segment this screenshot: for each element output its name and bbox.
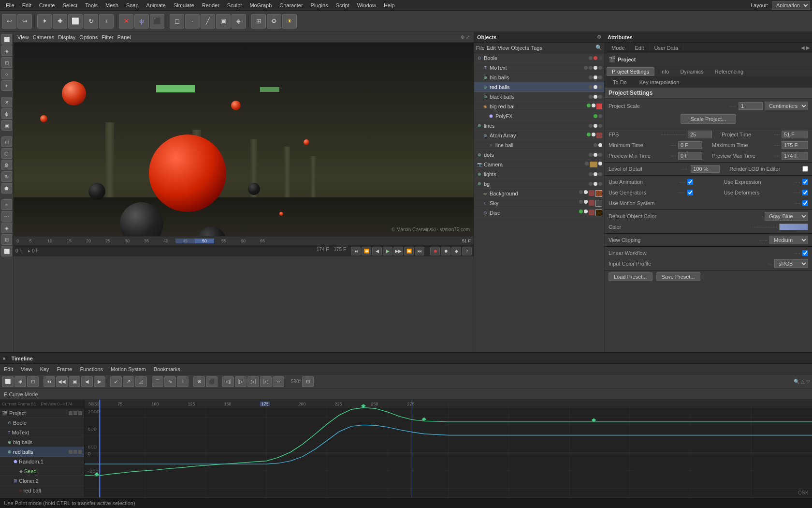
tl-btn-21[interactable]: ↔ [273,376,284,387]
obj-bg-group[interactable]: ⊕ bg [474,179,604,189]
obj-polyfx[interactable]: ⬟ PolyFX [474,111,604,121]
tab-info[interactable]: Info [655,67,674,76]
tl-project[interactable]: 🎬 Project [0,408,84,418]
play-btn[interactable]: ▶ [383,247,392,255]
subtab-key-interp[interactable]: Key Interpolation [634,78,685,87]
tl-btn-8[interactable]: ▶ [94,376,105,387]
attr-tab-userdata[interactable]: User Data [650,44,684,52]
preview-min-input[interactable] [678,152,702,160]
vp-panel[interactable]: Panel [117,34,131,40]
lod-input[interactable] [691,165,720,173]
tl-menu-frame[interactable]: Frame [55,366,74,372]
move-tool-btn[interactable]: ✚ [53,14,67,29]
tl-btn-13[interactable]: ∿ [164,376,176,387]
menu-mograph[interactable]: MoGraph [246,1,276,9]
menu-window[interactable]: Window [353,1,380,9]
obj-menu-view[interactable]: View [498,45,509,51]
tl-btn-22[interactable]: ⊡ [302,376,314,387]
left-btn-16[interactable]: ◈ [1,223,12,233]
tl-menu-key[interactable]: Key [38,366,51,372]
obj-search[interactable]: 🔍 [595,45,602,51]
menu-mesh[interactable]: Mesh [102,1,122,9]
tl-btn-18[interactable]: |▷ [235,376,246,387]
prev-keyframe-btn[interactable]: ⏪ [362,247,371,255]
obj-disc[interactable]: ⊙ Disc [474,208,604,218]
rotate-tool-btn[interactable]: ↻ [84,14,98,29]
obj-line-ball[interactable]: ○ line ball [474,140,604,150]
tl-cloner-2[interactable]: ⊞ Cloner.2 [0,476,84,486]
tl-red-balls[interactable]: ⊕ red balls [0,447,84,457]
left-btn-17[interactable]: ⊞ [1,234,12,245]
obj-sky[interactable]: ○ Sky [474,198,604,208]
menu-script[interactable]: Script [332,1,353,9]
tl-btn-15[interactable]: ⚙ [193,376,205,387]
left-btn-13[interactable]: ⬟ [1,183,12,194]
menu-file[interactable]: File [2,1,18,9]
undo-btn[interactable]: ↩ [2,14,16,29]
input-color-select[interactable]: sRGB Linear [774,259,808,268]
left-btn-3[interactable]: ⊡ [1,57,12,68]
obj-red-balls[interactable]: ⊕ red balls [474,82,604,92]
tl-menu-view[interactable]: View [19,366,34,372]
vp-cameras[interactable]: Cameras [33,34,55,40]
play-reverse-btn[interactable]: ◀ [372,247,382,255]
tab-dynamics[interactable]: Dynamics [675,67,709,76]
menu-create[interactable]: Create [35,1,59,9]
fps-input[interactable] [688,131,712,138]
play-forward-btn[interactable]: ▶▶ [393,247,403,255]
tab-referencing[interactable]: Referencing [710,67,749,76]
tl-menu-motion-system[interactable]: Motion System [109,366,148,372]
color-swatch[interactable] [779,224,808,230]
select-tool-btn[interactable]: ✦ [37,14,52,29]
left-btn-10[interactable]: ⬡ [1,148,12,159]
render-all-btn[interactable]: ψ [134,14,149,29]
attr-arrows[interactable]: ◀ ▶ [801,45,810,50]
obj-menu-edit[interactable]: Edit [487,45,496,51]
key-btn[interactable]: ◆ [451,247,461,255]
left-btn-11[interactable]: ⚙ [1,160,12,170]
grid-btn[interactable]: ⊞ [251,14,266,29]
tl-menu-edit[interactable]: Edit [2,366,15,372]
vp-view[interactable]: View [17,34,29,40]
tl-btn-9[interactable]: ↙ [110,376,122,387]
obj-big-balls[interactable]: ⊕ big balls [474,73,604,82]
edge-mode-btn[interactable]: ╱ [201,14,215,29]
object-mode-btn[interactable]: ◻ [170,14,184,29]
render-region-btn[interactable]: ✕ [119,14,133,29]
fcurve-graph[interactable]: 50|51 75 100 125 150 175 200 225 250 275 [85,400,812,497]
tl-big-balls[interactable]: ⊕ big balls [0,437,84,447]
tl-btn-6[interactable]: ▣ [69,376,80,387]
left-btn-6[interactable]: ✕ [1,97,12,107]
project-scale-unit[interactable]: Centimeters Meters Inches [765,102,808,110]
menu-character[interactable]: Character [276,1,306,9]
use-generators-checkbox[interactable] [687,190,693,195]
obj-boole[interactable]: ⊙ Boole [474,53,604,63]
scale-project-btn[interactable]: Scale Project... [681,114,737,124]
obj-menu-tags[interactable]: Tags [531,45,542,51]
tl-btn-12[interactable]: ⌒ [152,376,163,387]
menu-plugins[interactable]: Plugins [307,1,332,9]
layout-dropdown[interactable]: Animation Standard [772,1,810,10]
use-deformers-checkbox[interactable] [802,190,808,195]
tl-btn-7[interactable]: ◀ [81,376,93,387]
menu-snap[interactable]: Snap [122,1,143,9]
add-tool-btn[interactable]: + [99,14,114,29]
attr-tab-edit[interactable]: Edit [630,44,650,52]
render-lod-checkbox[interactable] [802,166,808,172]
go-start-btn[interactable]: ⏮ [351,247,361,255]
load-preset-btn[interactable]: Load Preset... [609,272,652,281]
obj-black-balls[interactable]: ⊕ black balls [474,92,604,102]
tl-btn-19[interactable]: ▷| [247,376,259,387]
uv-mode-btn[interactable]: ◈ [232,14,246,29]
obj-atom-array[interactable]: ⊛ Atom Array [474,131,604,140]
left-btn-15[interactable]: ⋯ [1,211,12,222]
project-time-input[interactable] [782,131,808,138]
left-btn-5[interactable]: + [1,80,12,91]
left-btn-18[interactable]: ⬜ [1,246,12,256]
obj-camera[interactable]: 📷 Camera [474,160,604,169]
left-btn-14[interactable]: ≡ [1,199,12,210]
attr-tab-mode[interactable]: Mode [607,44,630,52]
snap-btn[interactable]: ⚙ [267,14,281,29]
left-btn-1[interactable]: ⬜ [1,34,12,45]
poly-mode-btn[interactable]: ▣ [216,14,231,29]
